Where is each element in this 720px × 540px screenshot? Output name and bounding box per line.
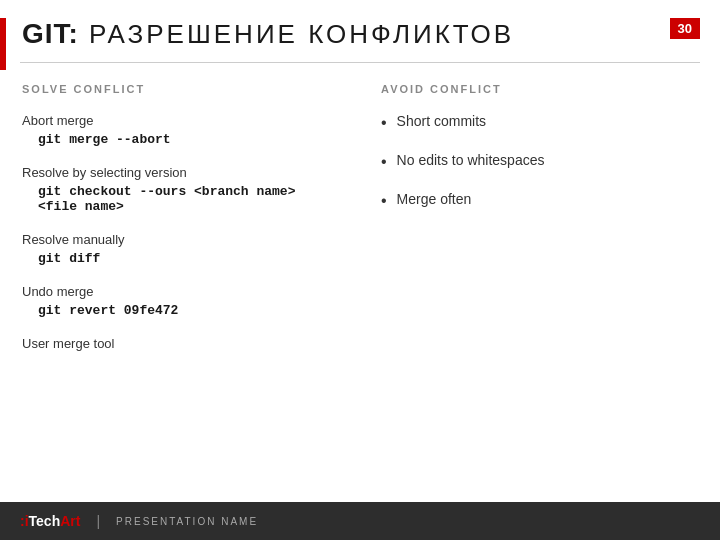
right-column: AVOID CONFLICT • Short commits • No edit… — [361, 83, 700, 369]
bullet-text-2: No edits to whitespaces — [397, 152, 545, 168]
undo-merge-code: git revert 09fe472 — [22, 303, 341, 318]
footer-logo-art: Art — [60, 513, 80, 529]
left-column: SOLVE CONFLICT Abort merge git merge --a… — [22, 83, 341, 369]
item-group-revert: Undo merge git revert 09fe472 — [22, 284, 341, 318]
item-group-checkout: Resolve by selecting version git checkou… — [22, 165, 341, 214]
item-group-abort: Abort merge git merge --abort — [22, 113, 341, 147]
footer-logo-tech: Tech — [29, 513, 61, 529]
undo-merge-label: Undo merge — [22, 284, 341, 299]
avoid-conflict-title: AVOID CONFLICT — [381, 83, 700, 95]
left-accent-bar — [0, 18, 6, 70]
abort-merge-label: Abort merge — [22, 113, 341, 128]
header: GIT: РАЗРЕШЕНИЕ КОНФЛИКТОВ 30 — [0, 0, 720, 50]
solve-conflict-title: SOLVE CONFLICT — [22, 83, 341, 95]
user-merge-tool-label: User merge tool — [22, 336, 341, 351]
resolve-manually-label: Resolve manually — [22, 232, 341, 247]
title-git: GIT: — [22, 18, 79, 50]
item-group-merge-tool: User merge tool — [22, 336, 341, 351]
bullet-text-1: Short commits — [397, 113, 486, 129]
main-content: SOLVE CONFLICT Abort merge git merge --a… — [0, 63, 720, 369]
bullet-dot-3: • — [381, 191, 387, 210]
bullet-text-3: Merge often — [397, 191, 472, 207]
footer-logo: :iTechArt — [20, 513, 80, 529]
bullet-dot-1: • — [381, 113, 387, 132]
resolve-version-code: git checkout --ours <branch name> <file … — [22, 184, 341, 214]
footer: :iTechArt | PRESENTATION NAME — [0, 502, 720, 540]
footer-presentation-name: PRESENTATION NAME — [116, 516, 258, 527]
avoid-conflict-list: • Short commits • No edits to whitespace… — [381, 113, 700, 211]
list-item: • No edits to whitespaces — [381, 152, 700, 171]
footer-separator: | — [96, 513, 100, 529]
list-item: • Short commits — [381, 113, 700, 132]
slide-number: 30 — [670, 18, 700, 39]
item-group-diff: Resolve manually git diff — [22, 232, 341, 266]
abort-merge-code: git merge --abort — [22, 132, 341, 147]
title-subtitle: РАЗРЕШЕНИЕ КОНФЛИКТОВ — [89, 19, 514, 50]
resolve-version-label: Resolve by selecting version — [22, 165, 341, 180]
bullet-dot-2: • — [381, 152, 387, 171]
list-item: • Merge often — [381, 191, 700, 210]
title-area: GIT: РАЗРЕШЕНИЕ КОНФЛИКТОВ — [22, 18, 514, 50]
resolve-manually-code: git diff — [22, 251, 341, 266]
